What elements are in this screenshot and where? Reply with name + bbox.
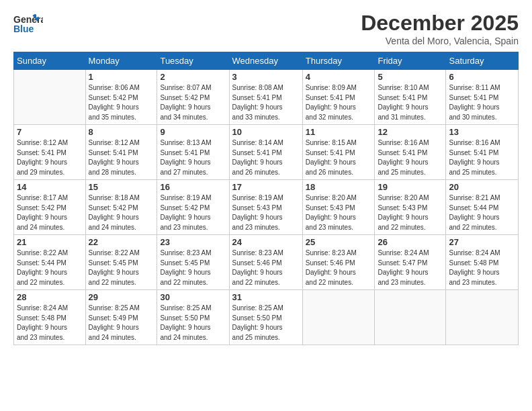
day-number: 2 (160, 72, 226, 82)
calendar-table: Sunday Monday Tuesday Wednesday Thursday… (13, 52, 519, 345)
day-info: Sunrise: 8:15 AM Sunset: 5:41 PM Dayligh… (306, 138, 372, 177)
day-info: Sunrise: 8:17 AM Sunset: 5:42 PM Dayligh… (17, 193, 83, 232)
day-info: Sunrise: 8:20 AM Sunset: 5:43 PM Dayligh… (306, 193, 372, 232)
day-info: Sunrise: 8:23 AM Sunset: 5:46 PM Dayligh… (306, 248, 372, 287)
day-info: Sunrise: 8:10 AM Sunset: 5:41 PM Dayligh… (378, 83, 443, 122)
day-cell: 24Sunrise: 8:23 AM Sunset: 5:46 PM Dayli… (229, 235, 302, 290)
day-info: Sunrise: 8:24 AM Sunset: 5:47 PM Dayligh… (378, 248, 443, 287)
day-cell: 15Sunrise: 8:18 AM Sunset: 5:42 PM Dayli… (85, 180, 157, 235)
header: General Blue December 2025 Venta del Mor… (13, 11, 519, 46)
day-cell: 2Sunrise: 8:07 AM Sunset: 5:42 PM Daylig… (157, 70, 229, 125)
day-cell: 7Sunrise: 8:12 AM Sunset: 5:41 PM Daylig… (14, 125, 86, 180)
header-tuesday: Tuesday (157, 52, 229, 70)
day-cell: 13Sunrise: 8:16 AM Sunset: 5:41 PM Dayli… (446, 125, 519, 180)
day-number: 1 (89, 72, 154, 82)
day-info: Sunrise: 8:11 AM Sunset: 5:41 PM Dayligh… (449, 83, 515, 122)
day-cell: 26Sunrise: 8:24 AM Sunset: 5:47 PM Dayli… (375, 235, 446, 290)
day-number: 8 (89, 127, 154, 137)
calendar-subtitle: Venta del Moro, Valencia, Spain (361, 36, 519, 46)
day-info: Sunrise: 8:24 AM Sunset: 5:48 PM Dayligh… (17, 304, 83, 342)
day-number: 13 (449, 127, 515, 137)
logo-icon: General Blue (13, 11, 43, 38)
week-row-4: 28Sunrise: 8:24 AM Sunset: 5:48 PM Dayli… (14, 290, 519, 345)
day-number: 6 (449, 72, 515, 82)
day-cell: 20Sunrise: 8:21 AM Sunset: 5:44 PM Dayli… (446, 180, 519, 235)
day-number: 27 (449, 237, 515, 247)
day-cell: 17Sunrise: 8:19 AM Sunset: 5:43 PM Dayli… (229, 180, 302, 235)
day-cell: 6Sunrise: 8:11 AM Sunset: 5:41 PM Daylig… (446, 70, 519, 125)
day-number: 21 (17, 237, 83, 247)
day-cell: 25Sunrise: 8:23 AM Sunset: 5:46 PM Dayli… (302, 235, 375, 290)
day-cell (14, 70, 86, 125)
day-cell: 9Sunrise: 8:13 AM Sunset: 5:41 PM Daylig… (157, 125, 229, 180)
header-saturday: Saturday (446, 52, 519, 70)
day-info: Sunrise: 8:09 AM Sunset: 5:41 PM Dayligh… (306, 83, 372, 122)
day-number: 18 (306, 182, 372, 192)
day-info: Sunrise: 8:07 AM Sunset: 5:42 PM Dayligh… (160, 83, 226, 122)
day-number: 7 (17, 127, 83, 137)
day-info: Sunrise: 8:25 AM Sunset: 5:49 PM Dayligh… (89, 304, 154, 342)
day-number: 14 (17, 182, 83, 192)
day-number: 11 (306, 127, 372, 137)
day-cell: 12Sunrise: 8:16 AM Sunset: 5:41 PM Dayli… (375, 125, 446, 180)
day-info: Sunrise: 8:25 AM Sunset: 5:50 PM Dayligh… (232, 304, 300, 342)
page-container: General Blue December 2025 Venta del Mor… (0, 0, 532, 352)
day-cell: 8Sunrise: 8:12 AM Sunset: 5:41 PM Daylig… (85, 125, 157, 180)
logo: General Blue (13, 11, 74, 38)
day-info: Sunrise: 8:23 AM Sunset: 5:45 PM Dayligh… (160, 248, 226, 287)
day-info: Sunrise: 8:13 AM Sunset: 5:41 PM Dayligh… (160, 138, 226, 177)
header-monday: Monday (85, 52, 157, 70)
day-number: 31 (232, 292, 300, 302)
day-info: Sunrise: 8:16 AM Sunset: 5:41 PM Dayligh… (449, 138, 515, 177)
header-wednesday: Wednesday (229, 52, 302, 70)
day-info: Sunrise: 8:24 AM Sunset: 5:48 PM Dayligh… (449, 248, 515, 287)
day-number: 12 (378, 127, 443, 137)
day-cell: 19Sunrise: 8:20 AM Sunset: 5:43 PM Dayli… (375, 180, 446, 235)
day-number: 23 (160, 237, 226, 247)
weekday-header-row: Sunday Monday Tuesday Wednesday Thursday… (14, 52, 519, 70)
day-info: Sunrise: 8:12 AM Sunset: 5:41 PM Dayligh… (17, 138, 83, 177)
day-info: Sunrise: 8:19 AM Sunset: 5:42 PM Dayligh… (160, 193, 226, 232)
day-cell: 16Sunrise: 8:19 AM Sunset: 5:42 PM Dayli… (157, 180, 229, 235)
day-info: Sunrise: 8:21 AM Sunset: 5:44 PM Dayligh… (449, 193, 515, 232)
day-number: 22 (89, 237, 154, 247)
day-number: 3 (232, 72, 300, 82)
day-cell (302, 290, 375, 345)
day-info: Sunrise: 8:20 AM Sunset: 5:43 PM Dayligh… (378, 193, 443, 232)
header-friday: Friday (375, 52, 446, 70)
day-info: Sunrise: 8:18 AM Sunset: 5:42 PM Dayligh… (89, 193, 154, 232)
day-info: Sunrise: 8:25 AM Sunset: 5:50 PM Dayligh… (160, 304, 226, 342)
day-number: 28 (17, 292, 83, 302)
day-info: Sunrise: 8:06 AM Sunset: 5:42 PM Dayligh… (89, 83, 154, 122)
day-cell: 23Sunrise: 8:23 AM Sunset: 5:45 PM Dayli… (157, 235, 229, 290)
day-cell: 22Sunrise: 8:22 AM Sunset: 5:45 PM Dayli… (85, 235, 157, 290)
day-cell: 30Sunrise: 8:25 AM Sunset: 5:50 PM Dayli… (157, 290, 229, 345)
week-row-2: 14Sunrise: 8:17 AM Sunset: 5:42 PM Dayli… (14, 180, 519, 235)
day-number: 9 (160, 127, 226, 137)
day-info: Sunrise: 8:23 AM Sunset: 5:46 PM Dayligh… (232, 248, 300, 287)
day-cell: 28Sunrise: 8:24 AM Sunset: 5:48 PM Dayli… (14, 290, 86, 345)
day-number: 25 (306, 237, 372, 247)
calendar-title: December 2025 (361, 11, 519, 36)
day-cell: 31Sunrise: 8:25 AM Sunset: 5:50 PM Dayli… (229, 290, 302, 345)
day-number: 19 (378, 182, 443, 192)
day-number: 26 (378, 237, 443, 247)
day-number: 30 (160, 292, 226, 302)
day-number: 17 (232, 182, 300, 192)
day-number: 16 (160, 182, 226, 192)
day-info: Sunrise: 8:19 AM Sunset: 5:43 PM Dayligh… (232, 193, 300, 232)
day-cell (375, 290, 446, 345)
day-cell: 3Sunrise: 8:08 AM Sunset: 5:41 PM Daylig… (229, 70, 302, 125)
day-cell: 14Sunrise: 8:17 AM Sunset: 5:42 PM Dayli… (14, 180, 86, 235)
day-info: Sunrise: 8:22 AM Sunset: 5:45 PM Dayligh… (89, 248, 154, 287)
day-number: 4 (306, 72, 372, 82)
day-cell: 1Sunrise: 8:06 AM Sunset: 5:42 PM Daylig… (85, 70, 157, 125)
day-cell: 27Sunrise: 8:24 AM Sunset: 5:48 PM Dayli… (446, 235, 519, 290)
day-cell: 29Sunrise: 8:25 AM Sunset: 5:49 PM Dayli… (85, 290, 157, 345)
week-row-1: 7Sunrise: 8:12 AM Sunset: 5:41 PM Daylig… (14, 125, 519, 180)
day-number: 20 (449, 182, 515, 192)
day-info: Sunrise: 8:12 AM Sunset: 5:41 PM Dayligh… (89, 138, 154, 177)
day-cell: 5Sunrise: 8:10 AM Sunset: 5:41 PM Daylig… (375, 70, 446, 125)
day-number: 5 (378, 72, 443, 82)
day-number: 10 (232, 127, 300, 137)
